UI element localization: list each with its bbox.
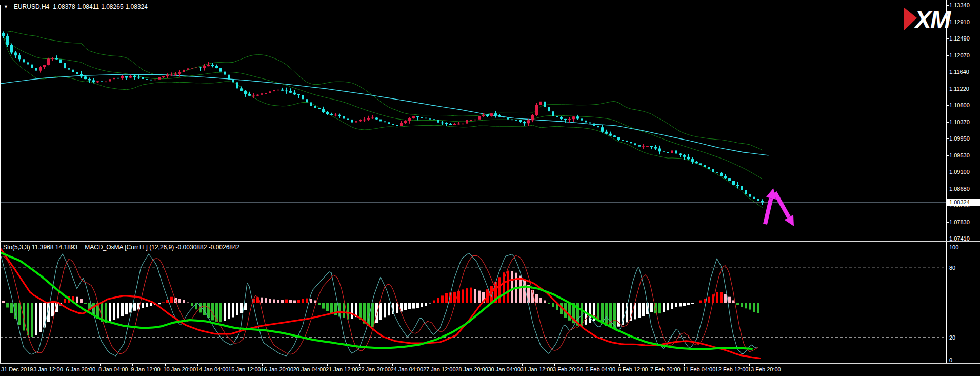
time-axis-label: 24 Jan 04:00 [391,367,424,372]
time-axis-tick [749,364,750,366]
time-axis-tick [490,364,490,366]
panel-axis-label: 100 [949,245,958,250]
time-axis-tick [652,364,652,366]
time-axis-tick [587,364,587,366]
indicator-header: Sto(5,3,3) 11.3968 14.1893 MACD_OsMA [Cu… [3,244,239,251]
bollinger-bands [4,31,763,207]
time-axis-label: 10 Jan 20:00 [164,367,196,372]
osma-histogram [2,271,759,337]
time-axis-tick [197,364,198,366]
time-axis-tick [68,364,68,366]
price-axis-label: 1.10370 [949,120,970,125]
current-price-tag: 1.08324 [947,199,980,206]
xm-logo-text: XM [913,6,951,33]
panel-axis-label: 80 [949,265,955,271]
chart-left-border [0,5,1,363]
time-axis-label: 13 Feb 20:00 [748,367,781,372]
symbol-dropdown-icon[interactable]: ▼ [4,4,8,9]
time-axis-tick [522,364,523,366]
price-axis-label: 1.08680 [949,186,970,192]
time-axis-tick [295,364,295,366]
time-axis-label: 30 Jan 04:00 [488,367,521,372]
time-axis-label: 3 Jan 12:00 [33,367,63,372]
main-chart-canvas[interactable] [0,0,946,376]
time-axis-label: 3 Feb 20:00 [553,367,583,372]
price-axis-label: 1.09100 [949,169,970,175]
panel-axis-label: 20 [949,335,955,341]
time-axis-tick [359,364,360,366]
price-axis-label: 1.07830 [949,220,970,225]
price-axis-label: 1.10800 [949,103,970,108]
time-axis-tick [717,364,717,366]
ohlc-low: 1.08265 [101,3,123,10]
time-axis-tick [619,364,620,366]
time-axis-label: 21 Jan 12:00 [326,367,358,372]
time-axis-tick [327,364,328,366]
time-axis-label: 6 Feb 12:00 [618,367,648,372]
time-axis-label: 15 Jan 12:00 [228,367,261,372]
price-axis-label: 1.09950 [949,136,970,142]
symbol-timeframe-label: EURUSD,H4 [14,3,49,10]
time-axis-tick [684,364,685,366]
time-axis-tick [132,364,133,366]
axis-separator-line [946,0,947,364]
time-axis-label: 12 Feb 12:00 [715,367,749,372]
time-axis-tick [230,364,230,366]
price-axis-label: 1.11640 [949,69,969,75]
time-axis-tick [392,364,393,366]
time-axis-tick [35,364,35,366]
time-axis-tick [262,364,263,366]
price-axis-label: 1.12910 [949,19,970,25]
time-axis-label: 6 Jan 20:00 [66,367,96,372]
time-axis-tick [425,364,425,366]
ohlc-close: 1.08324 [126,3,148,10]
time-axis-tick [457,364,457,366]
time-axis-label: 7 Feb 20:00 [650,367,681,372]
time-axis-label: 11 Feb 04:00 [683,367,715,372]
window-bottom-edge [0,375,980,375]
stochastic-title: Sto(5,3,3) 11.3968 14.1893 [3,244,77,251]
time-axis-divider [0,363,980,364]
oscillator-panel [0,249,946,359]
time-axis-tick [554,364,555,366]
candles [2,31,764,205]
time-axis-label: 28 Jan 20:00 [455,367,488,372]
price-axis-label: 1.09530 [949,153,970,159]
time-axis-label: 20 Jan 04:00 [293,367,326,372]
time-axis-label: 31 Dec 2019 [1,367,33,372]
forecast-arrow-annotation[interactable] [765,188,794,226]
time-axis-label: 27 Jan 12:00 [423,367,456,372]
price-axis-label: 1.11220 [949,86,969,92]
time-axis-label: 14 Jan 04:00 [196,367,229,372]
time-axis-label: 9 Jan 12:00 [131,367,161,372]
subwindow-divider[interactable] [0,241,980,242]
time-axis-label: 5 Feb 04:00 [585,367,615,372]
time-axis-tick [100,364,101,366]
price-axis-label: 1.13340 [949,3,970,8]
mt4-chart-window: ▼ EURUSD,H4 1.08378 1.08411 1.08265 1.08… [0,0,980,376]
macd-osma-title: MACD_OsMA [CurrTF] (12,26,9) -0.0030882 … [85,244,239,251]
panel-axis-label: 0 [949,358,952,363]
ohlc-open: 1.08378 [53,3,75,10]
time-axis-label: 16 Jan 20:00 [261,367,293,372]
symbol-ohlc-line: ▼ EURUSD,H4 1.08378 1.08411 1.08265 1.08… [4,3,148,10]
time-axis-label: 31 Jan 12:00 [521,367,553,372]
ohlc-high: 1.08411 [77,3,99,10]
price-axis-label: 1.12070 [949,53,970,58]
price-axis-label: 1.12490 [949,36,970,42]
time-axis-label: 22 Jan 20:00 [358,367,391,372]
time-axis-label: 8 Jan 04:00 [98,367,128,372]
time-axis-tick [165,364,166,366]
time-axis-tick [3,364,3,366]
slow-green-signal-line [1,253,752,349]
